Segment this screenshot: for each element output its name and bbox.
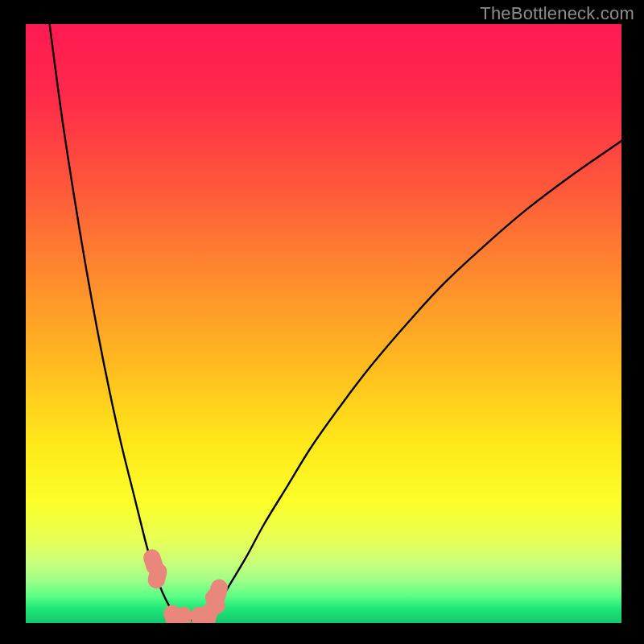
watermark-text: TheBottleneck.com	[480, 3, 634, 24]
gradient-background	[26, 24, 621, 623]
chart-svg	[26, 24, 621, 623]
chart-plot	[26, 24, 621, 623]
chart-frame: TheBottleneck.com	[0, 0, 644, 644]
